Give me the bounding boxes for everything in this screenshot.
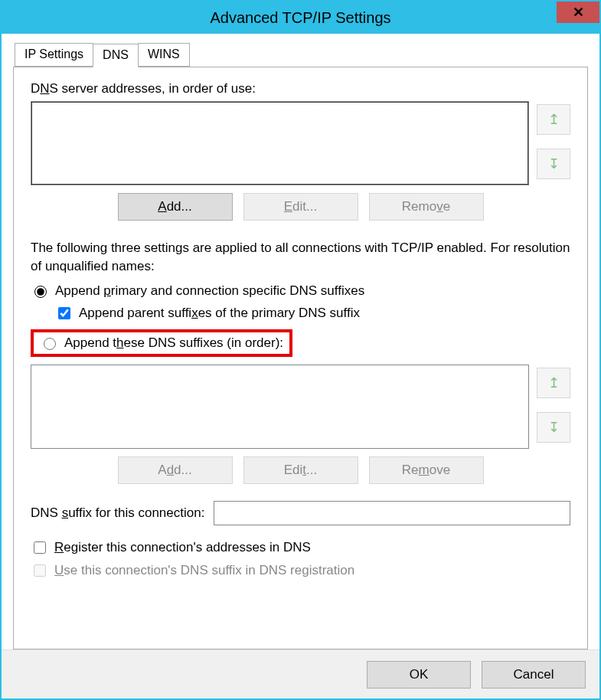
dialog-window: Advanced TCP/IP Settings ✕ IP Settings D… [0,0,601,700]
add-suffix-button[interactable]: Add... [118,456,233,484]
check-append-parent-input[interactable] [58,307,70,319]
add-server-button[interactable]: Add... [118,193,233,221]
check-register-addresses-input[interactable] [34,541,46,554]
close-button[interactable]: ✕ [557,2,599,23]
check-use-suffix-registration[interactable]: Use this connection's DNS suffix in DNS … [31,562,570,579]
highlight-box: Append these DNS suffixes (in order): [31,329,292,357]
check-append-parent-label: Append parent suffixes of the primary DN… [79,306,360,321]
dns-servers-area: ↥ ↧ [31,101,570,185]
dns-servers-buttons: Add... Edit... Remove [31,193,570,221]
tab-strip: IP Settings DNS WINS [13,43,588,67]
move-down-button[interactable]: ↧ [537,149,570,179]
ok-button[interactable]: OK [367,661,471,689]
tab-ip-settings[interactable]: IP Settings [15,43,93,67]
check-use-suffix-registration-input [34,564,46,577]
bottom-checks: Register this connection's addresses in … [31,539,570,579]
move-up-button[interactable]: ↥ [537,104,570,135]
arrow-up-icon: ↥ [548,375,560,391]
arrow-up-icon: ↥ [548,111,560,128]
radio-append-these-label: Append these DNS suffixes (in order): [64,335,283,351]
check-register-addresses-label: Register this connection's addresses in … [54,540,311,555]
dns-servers-reorder: ↥ ↧ [537,101,570,185]
check-append-parent[interactable]: Append parent suffixes of the primary DN… [55,305,570,322]
connection-suffix-label: DNS suffix for this connection: [31,505,204,521]
dns-servers-label: DNS server addresses, in order of use: [31,81,570,96]
arrow-down-icon: ↧ [548,419,560,436]
dns-suffixes-reorder: ↥ ↧ [537,365,570,449]
check-use-suffix-registration-label: Use this connection's DNS suffix in DNS … [54,563,354,578]
dialog-body: IP Settings DNS WINS DNS server addresse… [2,34,599,649]
remove-server-button[interactable]: Remove [369,193,484,221]
tab-panel-dns: DNS server addresses, in order of use: ↥… [13,67,588,649]
radio-append-primary-input[interactable] [34,286,47,298]
remove-suffix-button[interactable]: Remove [369,456,484,484]
connection-suffix-input[interactable] [214,501,570,525]
cancel-button[interactable]: Cancel [482,661,586,689]
radio-append-primary-label: Append primary and connection specific D… [55,283,364,299]
radio-append-these[interactable]: Append these DNS suffixes (in order): [40,335,283,351]
tab-dns[interactable]: DNS [93,44,139,67]
dialog-title: Advanced TCP/IP Settings [210,9,390,27]
tab-wins[interactable]: WINS [138,43,190,67]
suffix-move-down-button[interactable]: ↧ [537,412,570,443]
close-icon: ✕ [573,4,584,21]
suffix-move-up-button[interactable]: ↥ [537,368,570,398]
dns-servers-listbox[interactable] [31,101,529,185]
explain-text: The following three settings are applied… [31,239,570,276]
radio-append-these-input[interactable] [44,338,56,350]
edit-server-button[interactable]: Edit... [243,193,358,221]
check-register-addresses[interactable]: Register this connection's addresses in … [31,539,570,556]
arrow-down-icon: ↧ [548,155,560,172]
edit-suffix-button[interactable]: Edit... [243,456,358,484]
radio-append-primary[interactable]: Append primary and connection specific D… [31,283,570,299]
dns-suffixes-buttons: Add... Edit... Remove [31,456,570,484]
dns-suffixes-area: ↥ ↧ [31,365,570,449]
connection-suffix-row: DNS suffix for this connection: [31,501,570,525]
dialog-footer: OK Cancel [2,649,599,698]
dns-suffixes-listbox[interactable] [31,365,529,449]
titlebar: Advanced TCP/IP Settings ✕ [2,2,599,34]
